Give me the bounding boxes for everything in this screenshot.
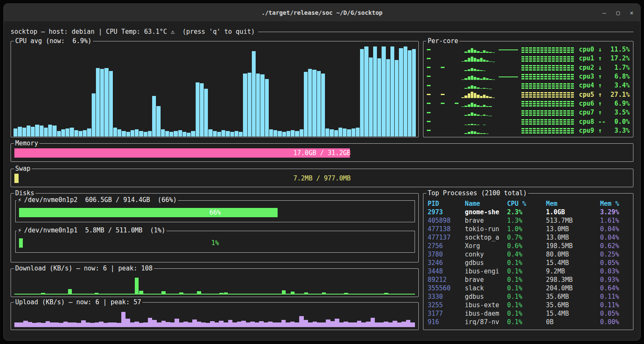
column-header-name: Name — [465, 199, 507, 208]
bar — [206, 323, 210, 327]
column-header-pid: PID — [428, 199, 465, 208]
bar — [471, 112, 473, 116]
bar — [404, 46, 407, 137]
bar — [152, 96, 156, 137]
bar — [18, 127, 22, 137]
core-name: cpu2 ↓ — [579, 64, 602, 71]
bar — [126, 319, 130, 327]
cell-pid: 89212 — [428, 276, 465, 284]
upload-panel: Upload (KB/s) — now: 6 | peak: 57 — [11, 302, 419, 330]
core-left-marks — [426, 85, 461, 86]
core-value: 1.7% — [614, 64, 630, 71]
bar — [464, 88, 467, 89]
cell-cpu: 0.1% — [507, 309, 546, 318]
minimize-button[interactable]: – — [603, 10, 606, 16]
bar — [65, 128, 69, 137]
bar — [477, 95, 479, 98]
bar — [471, 124, 473, 125]
bar — [352, 322, 357, 327]
titlebar[interactable]: ./target/release/soc ~/D/G/socktop – ▢ ✕ — [4, 4, 640, 22]
bar — [22, 128, 26, 137]
cell-pid: 477138 — [428, 225, 465, 233]
bar — [170, 322, 175, 327]
close-button[interactable]: ✕ — [630, 10, 633, 16]
cell-name: socktop_a — [465, 233, 507, 242]
core-label: cpu2 ↓1.7% — [574, 64, 630, 71]
bar — [464, 106, 467, 107]
bar — [166, 322, 170, 327]
bar — [492, 79, 495, 80]
bar — [477, 59, 479, 62]
bar — [299, 316, 304, 327]
column-header-memp: Mem % — [600, 199, 630, 208]
core-row-cpu8: cpu8 --0.0% — [426, 118, 630, 126]
bar — [471, 85, 473, 89]
bar — [201, 322, 206, 327]
dash-mark — [427, 121, 431, 122]
disk-bar-label: 66% — [19, 208, 411, 217]
bar — [282, 132, 286, 137]
bar — [390, 46, 394, 137]
bar — [343, 128, 347, 137]
bar — [148, 131, 152, 137]
disks-panel: Disks ⚡ /dev/nvme0n1p2 606.5GB / 914.4GB… — [11, 193, 419, 262]
core-left-marks — [426, 103, 461, 104]
process-row: 89212brave0.1%298.3MB0.93% — [428, 276, 630, 284]
core-name: cpu5 ↑ — [579, 91, 602, 98]
terminal-window: ./target/release/soc ~/D/G/socktop – ▢ ✕… — [3, 3, 641, 341]
cell-mem: 1.0GB — [546, 208, 600, 216]
bar — [250, 322, 255, 327]
bar — [139, 291, 143, 294]
cell-pid: 3255 — [428, 301, 465, 309]
bar — [468, 87, 470, 89]
bar — [480, 58, 483, 62]
bar — [489, 52, 491, 53]
bar — [121, 312, 126, 327]
core-left-marks — [426, 49, 461, 50]
core-value: 0.0% — [614, 118, 630, 126]
core-row-cpu1: cpu1 ↑17.2% — [426, 55, 630, 62]
cell-cpu: 0.1% — [507, 292, 546, 301]
cell-name: Xorg — [465, 242, 507, 250]
maximize-button[interactable]: ▢ — [616, 10, 619, 16]
disk-bar-label: 1% — [19, 238, 411, 248]
bar — [480, 52, 483, 53]
bar — [477, 115, 479, 116]
core-row-cpu9: cpu9 ↑3.3% — [426, 127, 630, 134]
cell-mem: 198.5MB — [546, 242, 600, 250]
bar — [474, 69, 476, 71]
core-dense-history — [521, 64, 574, 71]
core-name: cpu9 ↑ — [579, 127, 602, 134]
bar — [471, 48, 473, 53]
bar — [41, 323, 46, 327]
core-row-cpu2: cpu2 ↓1.7% — [426, 64, 630, 71]
core-name: cpu8 -- — [579, 118, 606, 126]
disk-label: /dev/nvme0n1p2 606.5GB / 914.4GB (66%) — [24, 196, 177, 204]
bar — [157, 322, 161, 327]
bar — [221, 130, 225, 137]
process-row: 3448ibus-engi0.1%9.2MB0.03% — [428, 267, 630, 276]
bar — [108, 322, 112, 327]
bar — [52, 126, 56, 137]
cell-mem: 298.3MB — [546, 276, 600, 284]
bar — [281, 320, 286, 327]
bar — [144, 132, 147, 137]
cell-memp: 0.11% — [600, 301, 630, 309]
cell-memp: 0.04% — [600, 233, 630, 242]
bar — [179, 322, 184, 327]
core-sparkline — [461, 73, 498, 80]
bar — [474, 131, 476, 134]
cell-cpu: 1.3% — [507, 216, 546, 225]
bar — [191, 131, 195, 137]
bar — [406, 320, 411, 327]
cell-name: ibus-daem — [465, 309, 507, 318]
cell-pid: 477137 — [428, 233, 465, 242]
bar — [113, 128, 117, 137]
cell-pid: 3177 — [428, 309, 465, 318]
bar — [232, 322, 237, 327]
bar — [480, 96, 483, 98]
core-label: cpu3 ↑6.8% — [574, 73, 630, 80]
window-title: ./target/release/soc ~/D/G/socktop — [262, 9, 383, 16]
cell-mem: 9.2MB — [546, 267, 600, 276]
bar — [237, 322, 242, 327]
